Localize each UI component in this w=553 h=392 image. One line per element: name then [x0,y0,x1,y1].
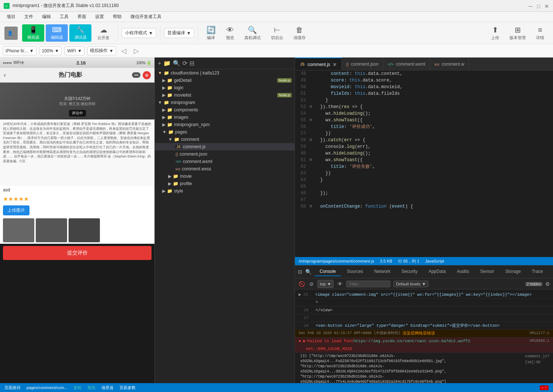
tab-storage[interactable]: Storage [500,267,526,276]
context-select[interactable]: top ▼ [317,280,334,288]
prev-page-btn[interactable]: ◁ [119,46,129,56]
file-profile[interactable]: ▶ 📁 profile [155,180,295,187]
compile-button[interactable]: 🔄 编译 [202,24,220,42]
tab-json-icon: {} [346,62,349,66]
devtools-toggle[interactable]: ⊟ [298,269,302,275]
file-pages[interactable]: ▼ 📁 pages [155,128,295,136]
stars[interactable]: ★★★★★ [3,196,29,202]
maximize-button[interactable]: □ [536,3,541,8]
preview-btn[interactable]: 预览 [87,385,95,391]
tab-network[interactable]: Network [369,267,396,276]
file-style[interactable]: ▶ 📁 style [155,187,295,195]
error-link-1[interactable]: VM11177:1 [529,330,549,336]
refresh-files-btn[interactable]: ⟳ [182,60,187,67]
file-comment-js[interactable]: JS comment.js [155,143,295,150]
file-comment-wxss[interactable]: wx comment.wxss [155,165,295,173]
root-folder[interactable]: ▼ 📁 cloudfunctions | kaifa123 [155,69,295,77]
share-icon[interactable]: ⊕ [143,71,151,79]
back-icon[interactable]: ‹ [4,71,6,79]
tab-comment-wxml[interactable]: </> comment.wxml [383,58,430,70]
menu-project[interactable]: 项目 [3,12,19,21]
editor-tab-bar: JS comment.js ✕ {} comment.json </> comm… [295,58,553,70]
file-getdetail[interactable]: ▶ 📁 getDetail Node.js [155,77,295,84]
miniprogram-folder[interactable]: ▼ 📁 miniprogram [155,99,295,106]
phone-input-text[interactable]: asd [3,187,152,192]
menu-settings[interactable]: 设置 [91,12,108,21]
file-movielist[interactable]: ▶ 📁 movielist Node.js [155,91,295,99]
expand-arrow[interactable]: ▶ [299,292,301,298]
cut-bg-button[interactable]: ⊢ 切后台 [267,24,288,42]
devtools-inspect[interactable]: 🔍 [305,269,312,275]
font-url[interactable]: https://img.yzcdn.cn/vant/vant-icon-3a7d… [354,338,470,344]
window-controls[interactable]: ─ □ ✕ [528,3,549,8]
collapse-files-btn[interactable]: ⊟ [189,60,194,67]
add-folder-btn[interactable]: 📁 [163,60,171,67]
compile-dropdown[interactable]: 普通编译 ▼ [164,28,194,38]
preview-button[interactable]: 👁 预览 [222,24,239,42]
more-icon[interactable]: ••• [132,72,140,78]
file-movie[interactable]: ▶ 📁 movie [155,173,295,180]
file-images[interactable]: ▶ 📁 images [155,114,295,121]
debug-button[interactable]: 🔧 调试器 [69,24,91,42]
close-button[interactable]: ✕ [544,3,549,8]
menu-file[interactable]: 文件 [21,12,37,21]
tab-wxml[interactable]: Wxml [549,267,553,276]
upload-button[interactable]: 上传图片 [3,205,29,215]
upload-button[interactable]: ⬆ 上传 [487,24,504,42]
minimize-button[interactable]: ─ [528,3,533,8]
submit-button[interactable]: 提交评价 [3,246,152,260]
expand-icon: ▶ [162,107,166,112]
tab-comment-w[interactable]: wx comment.w [430,58,469,70]
menu-edit[interactable]: 编辑 [38,12,55,21]
console-settings-btn[interactable]: ⚙ [545,281,550,287]
search-files-btn[interactable]: 🔍 [173,60,180,67]
menu-help[interactable]: 帮助 [109,12,125,21]
add-file-btn[interactable]: + [158,60,161,67]
version-button[interactable]: ⊞ 版本管理 [505,24,530,42]
file-login[interactable]: ▶ 📁 login [155,84,295,91]
file-components[interactable]: ▶ 📁 components [155,106,295,114]
file-comment-json[interactable]: {} comment.json [155,150,295,158]
menu-tools[interactable]: 工具 [56,12,72,21]
expand-icon: ▶ [168,174,171,179]
tab-trace[interactable]: Trace [527,267,548,276]
tab-comment-js[interactable]: JS comment.js ✕ [295,58,342,70]
tab-comment-json[interactable]: {} comment.json [342,58,383,70]
clear-console-btn[interactable]: 🚫 [298,280,306,288]
cloud-button[interactable]: ☁ 云开发 [93,24,114,42]
file-comment-folder[interactable]: ▼ 📁 comment [155,136,295,143]
detail-button[interactable]: ≡ 详情 [532,24,549,42]
device-dropdown[interactable]: iPhone 6/... ▼ [3,46,36,55]
sim-ops-dropdown[interactable]: 模拟操作 ▼ [87,46,116,55]
console-filter-toggle[interactable]: ⊘ [309,280,314,288]
getdetail-label: getDetail [174,78,191,83]
eye-icon[interactable]: 👁 [337,280,343,288]
tab-console[interactable]: Console [314,267,341,276]
copy-btn[interactable]: 复制 [73,385,81,391]
array-link[interactable]: comment.js? [sm]:90 [525,354,549,365]
tab-sensor[interactable]: Sensor [475,267,500,276]
expand-arrow-2[interactable]: ▶ [303,338,306,344]
log-level-select[interactable]: Default levels ▼ [393,281,428,287]
menu-wechat-devtools[interactable]: 微信开发者工具 [127,12,165,21]
menu-interface[interactable]: 界面 [74,12,90,21]
editor-button[interactable]: ⌨ 编辑器 [46,24,68,42]
tab-sources[interactable]: Sources [342,267,368,276]
simulator-button[interactable]: 📱 模拟器 [22,24,44,42]
network-dropdown[interactable]: WiFi ▼ [65,46,84,55]
tab-appdata[interactable]: AppData [423,267,451,276]
wxml-file-icon: </> [175,159,181,164]
zoom-dropdown[interactable]: 100% ▼ [39,46,62,55]
clear-cache-button[interactable]: 🗑 清缓存 [289,24,310,42]
tab-close-icon[interactable]: ✕ [333,62,337,67]
tab-audits[interactable]: Audits [452,267,474,276]
upload-icon: ⬆ [492,25,498,34]
tab-security[interactable]: Security [396,267,422,276]
console-filter-input[interactable] [346,281,390,287]
mode-dropdown[interactable]: 小程序模式 ▼ [122,28,156,38]
real-debug-button[interactable]: 🔍 真机调试 [240,24,265,42]
upload-section: 上传图片 [0,204,154,217]
file-comment-wxml[interactable]: </> comment.wxml [155,158,295,165]
next-page-btn[interactable]: ▷ [132,46,141,56]
file-miniprogram-npm[interactable]: ▶ 📁 miniprogram_npm [155,121,295,128]
